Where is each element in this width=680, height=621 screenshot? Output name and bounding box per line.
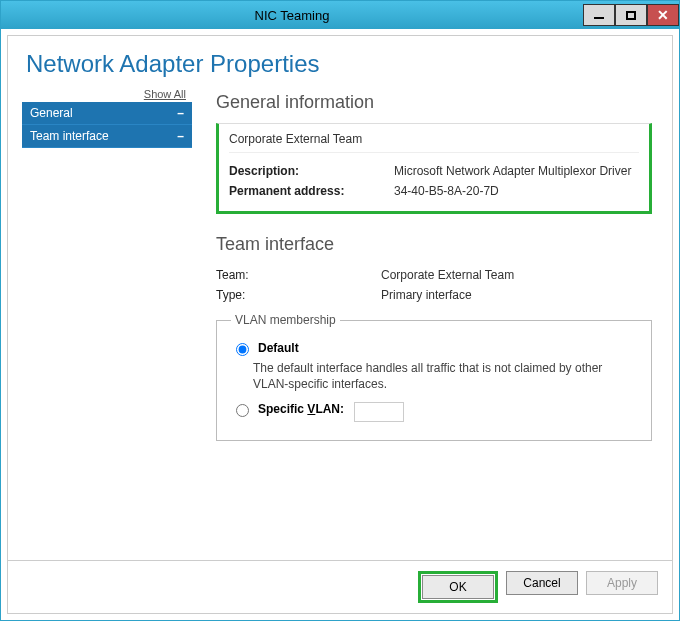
- general-section-title: General information: [216, 92, 652, 113]
- vlan-default-description: The default interface handles all traffi…: [253, 360, 637, 392]
- adapter-name: Corporate External Team: [229, 132, 639, 153]
- sidebar-item-team-interface[interactable]: Team interface –: [22, 125, 192, 148]
- vlan-id-input[interactable]: [354, 402, 404, 422]
- vlan-specific-label: Specific VLAN:: [258, 402, 344, 416]
- team-value: Corporate External Team: [381, 268, 514, 282]
- maximize-button[interactable]: [615, 4, 647, 26]
- title-bar[interactable]: NIC Teaming ✕: [1, 1, 679, 29]
- team-interface-section-title: Team interface: [216, 234, 652, 255]
- close-button[interactable]: ✕: [647, 4, 679, 26]
- ok-button[interactable]: OK: [422, 575, 494, 599]
- vlan-membership-group: VLAN membership Default The default inte…: [216, 313, 652, 441]
- apply-button[interactable]: Apply: [586, 571, 658, 595]
- permanent-address-label: Permanent address:: [229, 184, 394, 198]
- description-row: Description: Microsoft Network Adapter M…: [229, 161, 639, 181]
- vlan-specific-radio[interactable]: [236, 404, 249, 417]
- collapse-icon: –: [177, 106, 184, 120]
- minimize-icon: [594, 17, 604, 19]
- sidebar: Show All General – Team interface –: [22, 88, 192, 560]
- dialog-footer: OK Cancel Apply: [8, 560, 672, 613]
- page-header: Network Adapter Properties: [8, 36, 672, 88]
- window-title: NIC Teaming: [1, 8, 583, 23]
- sidebar-item-label: Team interface: [30, 129, 109, 143]
- maximize-icon: [626, 11, 636, 20]
- show-all-link[interactable]: Show All: [22, 88, 192, 102]
- window-controls: ✕: [583, 4, 679, 26]
- type-row: Type: Primary interface: [216, 285, 652, 305]
- description-value: Microsoft Network Adapter Multiplexor Dr…: [394, 164, 631, 178]
- content-body: Show All General – Team interface – Gene…: [8, 88, 672, 560]
- general-info-card: Corporate External Team Description: Mic…: [216, 123, 652, 214]
- permanent-address-value: 34-40-B5-8A-20-7D: [394, 184, 499, 198]
- vlan-default-label: Default: [258, 341, 299, 355]
- vlan-legend: VLAN membership: [231, 313, 340, 327]
- main-panel: General information Corporate External T…: [192, 88, 658, 560]
- page-title: Network Adapter Properties: [26, 50, 654, 78]
- description-label: Description:: [229, 164, 394, 178]
- collapse-icon: –: [177, 129, 184, 143]
- team-label: Team:: [216, 268, 381, 282]
- window-frame: NIC Teaming ✕ Network Adapter Properties…: [0, 0, 680, 621]
- ok-highlight: OK: [418, 571, 498, 603]
- sidebar-item-label: General: [30, 106, 73, 120]
- type-value: Primary interface: [381, 288, 472, 302]
- type-label: Type:: [216, 288, 381, 302]
- sidebar-item-general[interactable]: General –: [22, 102, 192, 125]
- close-icon: ✕: [657, 7, 669, 23]
- permanent-address-row: Permanent address: 34-40-B5-8A-20-7D: [229, 181, 639, 201]
- vlan-default-radio[interactable]: [236, 343, 249, 356]
- team-row: Team: Corporate External Team: [216, 265, 652, 285]
- vlan-specific-option[interactable]: Specific VLAN:: [231, 402, 637, 422]
- cancel-button[interactable]: Cancel: [506, 571, 578, 595]
- client-area: Network Adapter Properties Show All Gene…: [7, 35, 673, 614]
- minimize-button[interactable]: [583, 4, 615, 26]
- vlan-default-option[interactable]: Default: [231, 341, 637, 356]
